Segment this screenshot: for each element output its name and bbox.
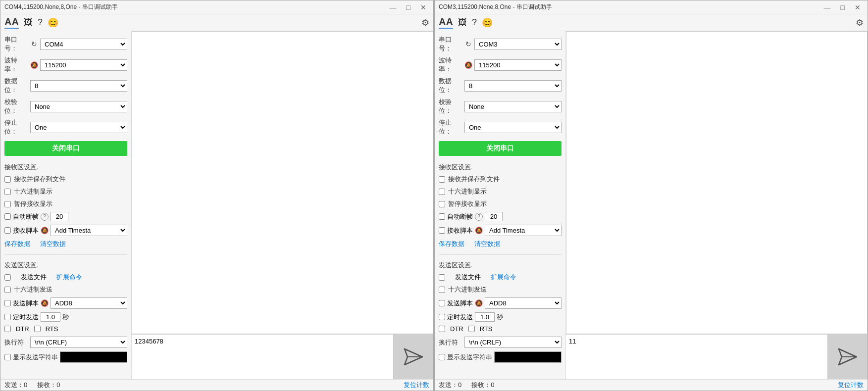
script-mute-icon[interactable]: 🔕 (41, 227, 49, 234)
send-count: 发送：0 (439, 381, 461, 390)
save-to-file-row-checkbox[interactable] (439, 176, 445, 183)
reset-count-link[interactable]: 复位计数 (404, 381, 429, 390)
left-panel: 串口号：↻COM4COM3COM1COM2波特率：🔕11520096003840… (0, 31, 132, 379)
auto-break-help-button[interactable]: ? (475, 213, 483, 221)
timer-send-label: 定时发送 (13, 313, 39, 322)
parity-row-label: 校验位： (4, 98, 28, 115)
newline-select[interactable]: \r\n (CRLF) (30, 337, 127, 348)
text-size-icon[interactable]: AA (4, 16, 19, 29)
receive-script-label: 接收脚本 (13, 226, 39, 235)
timer-send-checkbox[interactable] (4, 314, 11, 320)
extend-command-button[interactable]: 扩展命令 (56, 273, 82, 282)
emoji-icon[interactable]: 😊 (482, 17, 493, 28)
send-script-select[interactable]: ADD8 (485, 297, 562, 309)
receive-script-checkbox[interactable] (4, 227, 11, 234)
baud-row-select[interactable]: 11520096003840057600 (474, 59, 562, 71)
close-button[interactable]: ✕ (852, 2, 864, 12)
send-script-mute-icon[interactable]: 🔕 (475, 299, 483, 307)
receive-script-select[interactable]: Add Timesta (51, 225, 127, 236)
send-button[interactable] (828, 335, 868, 379)
newline-row: 换行符\r\n (CRLF) (439, 337, 562, 348)
send-script-label: 发送脚本 (447, 299, 473, 308)
save-to-file-row-checkbox[interactable] (4, 176, 11, 183)
stop-bits-row-select[interactable]: OneTwoOnePointFive (464, 122, 562, 133)
port-row-select[interactable]: COM3COM4COM1COM2 (474, 39, 562, 50)
image-icon[interactable]: 🖼 (458, 17, 467, 28)
pause-receive-row-checkbox[interactable] (4, 201, 11, 207)
port-row-refresh-button[interactable]: ↻ (30, 40, 38, 48)
parity-row-select[interactable]: NoneEvenOdd (464, 101, 562, 112)
baud-mute-icon[interactable]: 🔕 (30, 61, 38, 69)
timer-value-input[interactable] (41, 312, 60, 322)
text-size-icon[interactable]: AA (439, 16, 453, 29)
timer-send-checkbox[interactable] (439, 314, 445, 320)
dtr-checkbox[interactable] (439, 326, 445, 332)
auto-break-checkbox[interactable] (439, 213, 445, 220)
hex-send-row-checkbox[interactable] (439, 287, 445, 293)
baud-row-select[interactable]: 11520096003840057600 (40, 59, 127, 71)
clear-data-button[interactable]: 清空数据 (40, 240, 66, 248)
auto-break-value-input[interactable] (485, 212, 503, 221)
data-bits-row-select[interactable]: 8765 (464, 80, 562, 92)
auto-break-checkbox[interactable] (4, 213, 11, 220)
hex-display-row-checkbox[interactable] (4, 189, 11, 195)
newline-select[interactable]: \r\n (CRLF) (464, 337, 562, 348)
close-button[interactable]: ✕ (417, 2, 429, 12)
save-data-button[interactable]: 保存数据 (439, 240, 464, 248)
auto-break-help-button[interactable]: ? (41, 213, 49, 221)
help-icon[interactable]: ? (38, 17, 43, 28)
pause-receive-row-checkbox[interactable] (439, 201, 445, 207)
settings-icon[interactable]: ⚙ (856, 17, 864, 28)
save-data-button[interactable]: 保存数据 (4, 240, 30, 248)
display-color-select[interactable] (60, 351, 127, 363)
send-file-checkbox[interactable] (439, 274, 445, 281)
hex-send-row-label: 十六进制发送 (448, 285, 487, 294)
display-send-string-checkbox[interactable] (4, 354, 11, 360)
timer-value-input[interactable] (475, 312, 495, 322)
rts-checkbox[interactable] (34, 326, 41, 332)
close-port-button[interactable]: 关闭串口 (4, 141, 127, 156)
minimize-button[interactable]: — (821, 2, 834, 12)
stop-bits-row-select[interactable]: OneTwoOnePointFive (30, 122, 127, 133)
hex-send-row: 十六进制发送 (4, 285, 127, 294)
send-script-checkbox[interactable] (439, 300, 445, 306)
dtr-label: DTR (450, 325, 463, 333)
maximize-button[interactable]: □ (838, 2, 848, 12)
extend-command-button[interactable]: 扩展命令 (491, 273, 516, 282)
send-text-input[interactable]: 12345678 (132, 335, 394, 379)
port-row-refresh-button[interactable]: ↻ (464, 40, 472, 48)
send-script-select[interactable]: ADD8 (51, 297, 127, 309)
data-bits-row-select[interactable]: 8765 (30, 80, 127, 92)
image-icon[interactable]: 🖼 (24, 17, 33, 28)
send-script-checkbox[interactable] (4, 300, 11, 306)
baud-mute-icon[interactable]: 🔕 (464, 61, 472, 69)
emoji-icon[interactable]: 😊 (48, 17, 58, 28)
receive-script-select[interactable]: Add Timesta (485, 225, 562, 236)
receive-script-row: 接收脚本🔕Add Timesta (439, 225, 562, 236)
status-bar: 发送：0接收：0复位计数 (435, 379, 868, 391)
send-script-mute-icon[interactable]: 🔕 (41, 299, 49, 307)
close-port-button[interactable]: 关闭串口 (439, 141, 562, 156)
minimize-button[interactable]: — (387, 2, 400, 12)
clear-data-button[interactable]: 清空数据 (474, 240, 500, 248)
help-icon[interactable]: ? (472, 17, 477, 28)
script-mute-icon[interactable]: 🔕 (475, 227, 483, 234)
rts-checkbox[interactable] (468, 326, 475, 332)
receive-script-checkbox[interactable] (439, 227, 445, 234)
display-send-string-checkbox[interactable] (439, 354, 445, 360)
maximize-button[interactable]: □ (404, 2, 413, 12)
send-text-input[interactable]: 11 (566, 335, 828, 379)
hex-send-row-checkbox[interactable] (4, 287, 11, 293)
auto-break-value-input[interactable] (51, 212, 68, 221)
send-file-checkbox[interactable] (4, 274, 11, 281)
reset-count-link[interactable]: 复位计数 (838, 381, 864, 390)
parity-row-select[interactable]: NoneEvenOdd (30, 101, 127, 112)
save-to-file-row-label: 接收并保存到文件 (14, 175, 65, 184)
dtr-checkbox[interactable] (4, 326, 11, 332)
hex-display-row-checkbox[interactable] (439, 189, 445, 195)
settings-icon[interactable]: ⚙ (421, 17, 429, 28)
dtr-rts-row: DTRRTS (4, 325, 127, 333)
display-color-select[interactable] (494, 351, 562, 363)
send-button[interactable] (394, 335, 433, 379)
port-row-select[interactable]: COM4COM3COM1COM2 (40, 39, 127, 50)
